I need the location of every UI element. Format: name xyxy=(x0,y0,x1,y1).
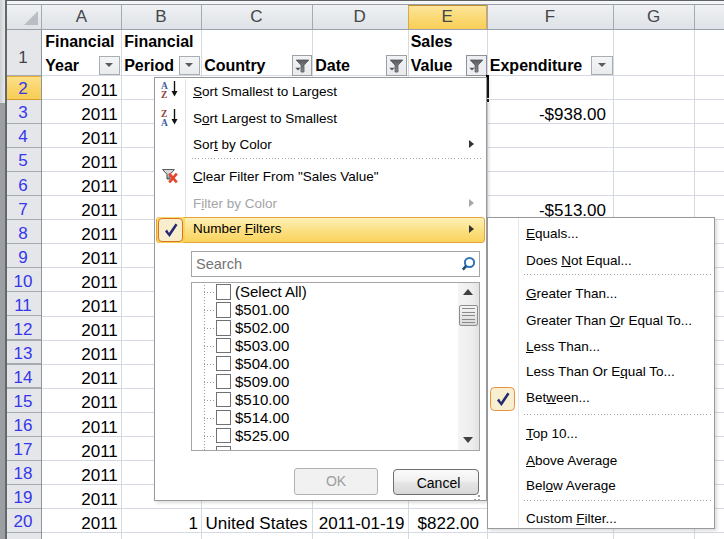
svg-text:Z: Z xyxy=(161,90,167,100)
svg-text:A: A xyxy=(161,117,168,127)
